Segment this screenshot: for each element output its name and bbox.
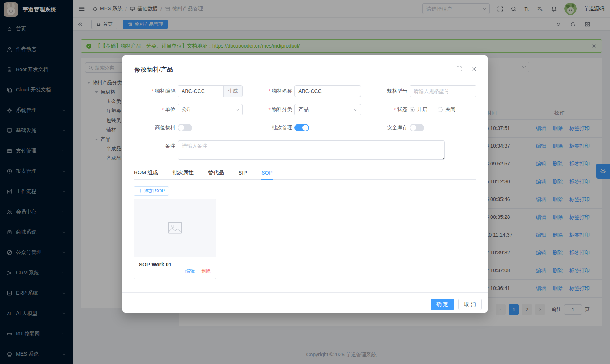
chevron-down-icon — [354, 107, 358, 111]
add-sop-button[interactable]: 添加 SOP — [134, 186, 169, 196]
picture-icon — [168, 222, 182, 234]
modal-tab-SOP[interactable]: SOP — [261, 166, 273, 179]
batch-label: 批次管理 — [252, 122, 292, 134]
cancel-button[interactable]: 取 消 — [458, 299, 482, 310]
category-select[interactable]: 产品 — [294, 104, 361, 115]
unit-select[interactable]: 公斤 — [178, 104, 243, 115]
confirm-button[interactable]: 确 定 — [431, 299, 454, 310]
app-root: 芋道管理系统 首页作者动态Boot 开发文档Cloud 开发文档系统管理基础设施… — [0, 0, 610, 364]
status-radio-group: 开启 关闭 — [410, 104, 455, 115]
radio-unchecked-icon — [438, 107, 443, 112]
material-name-label: 物料名称 — [252, 85, 292, 97]
high-value-label: 高值物料 — [135, 122, 175, 134]
safety-stock-switch[interactable] — [410, 124, 424, 131]
status-radio-off[interactable]: 关闭 — [438, 106, 455, 113]
status-on-label: 开启 — [417, 106, 427, 113]
safety-stock-label: 安全库存 — [364, 122, 407, 134]
sop-card: SOP-Work-01 编辑 删除 — [134, 199, 216, 279]
sop-title: SOP-Work-01 — [134, 257, 216, 267]
unit-label: 单位 — [135, 104, 175, 115]
plus-icon — [138, 189, 142, 193]
generate-button[interactable]: 生成 — [223, 86, 242, 97]
material-name-input[interactable] — [298, 88, 357, 94]
sop-thumbnail — [134, 199, 216, 257]
remark-textarea[interactable] — [178, 140, 445, 160]
modal-tab-SIP[interactable]: SIP — [239, 166, 247, 179]
remark-label: 备注 — [135, 140, 175, 152]
material-code-label: 物料编码 — [135, 85, 175, 97]
modal-tab-批次属性[interactable]: 批次属性 — [172, 166, 194, 179]
modal-tab-BOM-组成[interactable]: BOM 组成 — [134, 166, 158, 179]
status-off-label: 关闭 — [445, 106, 455, 113]
material-name-field — [294, 85, 361, 97]
status-radio-on[interactable]: 开启 — [410, 106, 427, 113]
category-label: 物料分类 — [252, 104, 292, 115]
edit-material-modal: 修改物料/产品 物料编码 生成 物料名称 规格型号 单位 公斤 物料分类 产品 — [122, 55, 488, 313]
spec-input[interactable] — [414, 88, 472, 94]
batch-switch[interactable] — [294, 124, 309, 131]
modal-title: 修改物料/产品 — [134, 65, 173, 74]
modal-fullscreen-icon[interactable] — [456, 66, 462, 72]
modal-close-icon[interactable] — [471, 66, 477, 72]
spec-field — [410, 85, 476, 97]
sop-delete-link[interactable]: 删除 — [201, 268, 211, 274]
status-label: 状态 — [364, 104, 407, 115]
unit-select-value: 公斤 — [182, 106, 192, 113]
spec-label: 规格型号 — [364, 85, 407, 97]
modal-footer: 确 定 取 消 — [122, 292, 488, 313]
sop-edit-link[interactable]: 编辑 — [185, 268, 195, 274]
modal-tab-替代品[interactable]: 替代品 — [208, 166, 224, 179]
material-code-field: 生成 — [178, 85, 243, 97]
category-select-value: 产品 — [298, 106, 309, 113]
modal-tabs: BOM 组成批次属性替代品SIPSOP — [134, 166, 476, 180]
high-value-switch[interactable] — [178, 124, 192, 131]
sop-actions: 编辑 删除 — [185, 268, 211, 274]
chevron-down-icon — [236, 107, 239, 111]
modal-header-divider — [122, 80, 488, 80]
material-code-input[interactable] — [178, 88, 223, 94]
add-sop-label: 添加 SOP — [144, 188, 165, 194]
radio-checked-icon — [410, 107, 415, 112]
